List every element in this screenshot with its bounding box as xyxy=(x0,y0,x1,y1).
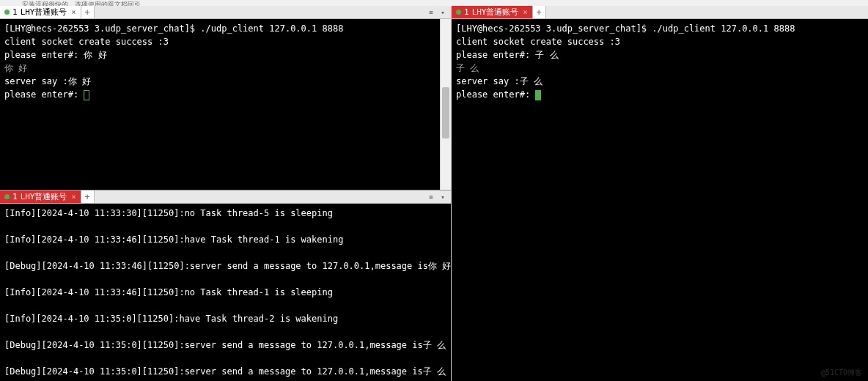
tab-index: 1 xyxy=(12,7,18,17)
right-column: 1 LHY普通账号 × + [LHY@hecs-262553 3.udp_ser… xyxy=(452,6,868,381)
line: 你 好 xyxy=(4,63,27,73)
add-tab-button[interactable]: + xyxy=(81,190,95,203)
line: client socket create success :3 xyxy=(456,37,620,47)
line: 子 么 xyxy=(456,63,479,73)
add-tab-button[interactable]: + xyxy=(81,6,95,18)
line: [Debug][2024-4-10 11:35:0][11250]:server… xyxy=(4,340,446,350)
menu-icon[interactable]: ≡ xyxy=(426,7,436,18)
menu-icon[interactable]: ≡ xyxy=(426,192,436,202)
line: please enter#: 你 好 xyxy=(4,50,107,60)
cursor-icon xyxy=(535,90,541,100)
tab-title: LHY普通账号 xyxy=(21,191,67,202)
line: [Debug][2024-4-10 11:33:46][11250]:serve… xyxy=(4,261,451,271)
line: [LHY@hecs-262553 3.udp_server_chat]$ ./u… xyxy=(456,23,795,34)
line: [Debug][2024-4-10 11:35:0][11250]:server… xyxy=(4,366,446,377)
line: server say :子 么 xyxy=(456,76,542,86)
tabbar-controls: ≡ ▾ xyxy=(426,190,451,203)
left-column: 1 LHY普通账号 × + ≡ ▾ [LHY@hecs-262553 3.udp… xyxy=(0,6,452,381)
close-icon[interactable]: × xyxy=(72,193,76,201)
line: client socket create success :3 xyxy=(4,37,169,47)
line: [Info][2024-4-10 11:33:46][11250]:have T… xyxy=(4,234,343,245)
tab-index: 1 xyxy=(464,7,469,17)
tabbar: 1 LHY普通账号 × + xyxy=(452,6,868,19)
line: [Info][2024-4-10 11:33:46][11250]:no Tas… xyxy=(4,287,333,297)
status-dot-icon xyxy=(4,10,10,15)
cursor-icon xyxy=(84,90,89,100)
line: please enter#: 子 么 xyxy=(456,50,559,60)
close-icon[interactable]: × xyxy=(523,8,528,16)
status-dot-icon xyxy=(4,194,10,199)
line: [LHY@hecs-262553 3.udp_server_chat]$ ./u… xyxy=(4,23,343,34)
dropdown-icon[interactable]: ▾ xyxy=(438,7,448,18)
watermark: @51CTO博客 xyxy=(821,368,862,378)
layout: 1 LHY普通账号 × + ≡ ▾ [LHY@hecs-262553 3.udp… xyxy=(0,6,868,381)
terminal-pane-right: 1 LHY普通账号 × + [LHY@hecs-262553 3.udp_ser… xyxy=(452,6,868,381)
tabbar: 1 LHY普通账号 × + ≡ ▾ xyxy=(0,190,451,204)
terminal-tab[interactable]: 1 LHY普通账号 × xyxy=(0,6,81,18)
line: server say :你 好 xyxy=(4,76,91,86)
terminal-tab[interactable]: 1 LHY普通账号 × xyxy=(0,190,81,203)
tab-index: 1 xyxy=(12,192,18,201)
line: [Info][2024-4-10 11:33:30][11250]:no Tas… xyxy=(4,208,333,218)
tabbar: 1 LHY普通账号 × + ≡ ▾ xyxy=(0,6,451,19)
page-hint: 安装流程很快的，选项使用的鳯文档回引。 xyxy=(0,0,868,6)
terminal-output[interactable]: [LHY@hecs-262553 3.udp_server_chat]$ ./u… xyxy=(452,19,868,381)
scrollbar[interactable] xyxy=(440,19,451,190)
close-icon[interactable]: × xyxy=(72,8,76,16)
add-tab-button[interactable]: + xyxy=(533,6,546,18)
terminal-tab[interactable]: 1 LHY普通账号 × xyxy=(452,6,533,18)
status-dot-icon xyxy=(456,10,461,15)
dropdown-icon[interactable]: ▾ xyxy=(438,192,448,202)
line: please enter#: xyxy=(456,89,535,100)
scroll-thumb[interactable] xyxy=(442,87,449,138)
terminal-pane-top-left: 1 LHY普通账号 × + ≡ ▾ [LHY@hecs-262553 3.udp… xyxy=(0,6,451,190)
terminal-output[interactable]: [Info][2024-4-10 11:33:30][11250]:no Tas… xyxy=(0,204,451,381)
tab-title: LHY普通账号 xyxy=(472,7,519,18)
terminal-pane-bottom-left: 1 LHY普通账号 × + ≡ ▾ [Info][2024-4-10 11:33… xyxy=(0,190,451,381)
tabbar-controls: ≡ ▾ xyxy=(426,6,451,18)
line: please enter#: xyxy=(4,89,84,100)
line: [Info][2024-4-10 11:35:0][11250]:have Ta… xyxy=(4,314,338,324)
tab-title: LHY普通账号 xyxy=(21,7,67,18)
terminal-output[interactable]: [LHY@hecs-262553 3.udp_server_chat]$ ./u… xyxy=(0,19,451,190)
